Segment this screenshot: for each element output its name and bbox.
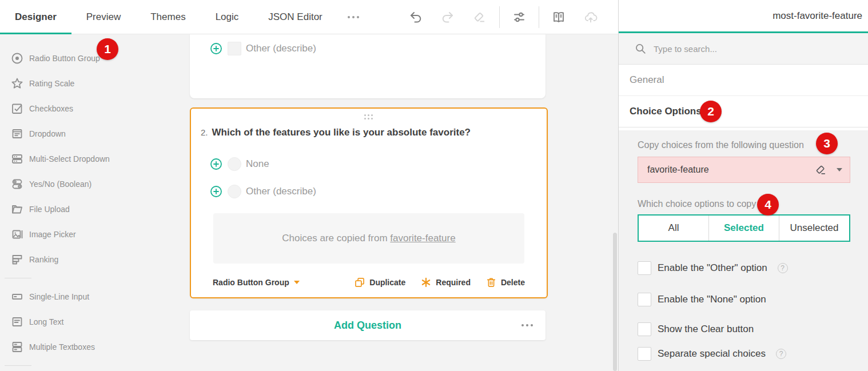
checkbox-control[interactable] xyxy=(638,293,651,306)
help-icon[interactable]: ? xyxy=(778,263,788,273)
copied-note-text: Choices are copied from xyxy=(282,233,390,244)
toolbar-actions xyxy=(400,0,618,34)
section-general[interactable]: General xyxy=(619,65,868,96)
tab-json-editor[interactable]: JSON Editor xyxy=(253,0,337,34)
delete-button[interactable]: Delete xyxy=(485,277,525,288)
required-label: Required xyxy=(436,278,471,287)
tab-preview[interactable]: Preview xyxy=(71,0,136,34)
add-choice-plus-icon[interactable] xyxy=(209,185,223,198)
settings-sliders-icon xyxy=(512,10,526,24)
copy-choices-dropdown[interactable]: favorite-feature xyxy=(638,157,850,183)
add-choice-plus-icon[interactable] xyxy=(209,157,223,171)
question-title[interactable]: Which of the features you like is your a… xyxy=(212,127,471,138)
tab-preview-label: Preview xyxy=(86,11,121,23)
add-question-more-icon[interactable] xyxy=(521,324,533,326)
question-type-selector[interactable]: Radio Button Group xyxy=(213,278,300,287)
preview-book-icon xyxy=(551,10,566,24)
settings-button[interactable] xyxy=(512,10,527,25)
toolbar-separator xyxy=(499,6,500,28)
toolbox-item-checkboxes[interactable]: Checkboxes xyxy=(0,96,189,121)
tab-logic[interactable]: Logic xyxy=(201,0,254,34)
clear-eraser-button[interactable] xyxy=(472,10,487,25)
duplicate-button[interactable]: Duplicate xyxy=(354,277,405,288)
clear-eraser-icon[interactable] xyxy=(815,163,827,176)
radio-control[interactable] xyxy=(228,185,241,198)
help-icon[interactable]: ? xyxy=(776,349,786,359)
property-panel-header: most-favorite-feature xyxy=(619,0,868,33)
toolbox-item-label: Single-Line Input xyxy=(29,292,89,301)
checkbox-control[interactable] xyxy=(638,347,651,361)
segment-unselected[interactable]: Unselected xyxy=(779,216,849,241)
choice-row-other: Other (describe) xyxy=(209,42,316,55)
publish-button[interactable] xyxy=(583,10,598,25)
toolbox-item-label: Ranking xyxy=(29,255,58,264)
copy-choices-value: favorite-feature xyxy=(647,165,709,175)
toolbox-item-dropdown[interactable]: Dropdown xyxy=(0,121,189,146)
checkbox-control[interactable] xyxy=(228,42,241,55)
selected-question-name[interactable]: most-favorite-feature xyxy=(773,10,862,22)
property-grid-panel: most-favorite-feature General Choice Opt… xyxy=(618,0,868,371)
search-input[interactable] xyxy=(654,44,825,54)
callout-badge-4: 4 xyxy=(757,194,779,216)
choice-label: Other (describe) xyxy=(246,43,316,54)
toolbox-item-multiple-textboxes[interactable]: Multiple Textboxes xyxy=(0,334,189,360)
toolbox-item-rating-scale[interactable]: Rating Scale xyxy=(0,71,189,96)
ellipsis-icon xyxy=(348,16,359,18)
toolbox-item-file-upload[interactable]: File Upload xyxy=(0,197,189,222)
tab-designer[interactable]: Designer xyxy=(0,0,71,34)
boolean-icon xyxy=(10,177,24,191)
toolbar-separator xyxy=(539,6,539,28)
section-choice-options[interactable]: Choice Options xyxy=(619,96,868,127)
tab-themes[interactable]: Themes xyxy=(136,0,200,34)
redo-button[interactable] xyxy=(440,10,455,25)
segment-selected[interactable]: Selected xyxy=(708,216,779,241)
toolbox-item-label: Yes/No (Boolean) xyxy=(29,179,91,189)
duplicate-icon xyxy=(354,277,365,288)
toolbox-item-label: Rating Scale xyxy=(29,79,74,88)
toolbox-item-single-line-input[interactable]: Single-Line Input xyxy=(0,284,189,309)
checkbox-enable-none[interactable]: Enable the "None" option xyxy=(638,293,850,306)
question-card-most-favorite-feature-selected[interactable]: 2. Which of the features you like is you… xyxy=(190,107,548,298)
search-icon xyxy=(634,42,647,55)
toolbox-item-image-picker[interactable]: Image Picker xyxy=(0,222,189,247)
drag-handle-icon[interactable] xyxy=(364,114,373,120)
chevron-down-icon[interactable] xyxy=(837,168,842,171)
trash-icon xyxy=(485,277,497,288)
add-question-bar[interactable]: Add Question xyxy=(190,310,546,340)
checkbox-separate-special[interactable]: Separate special choices ? xyxy=(638,347,850,361)
add-choice-plus-icon[interactable] xyxy=(209,42,223,55)
toolbox-item-radio-button-group[interactable]: Radio Button Group xyxy=(0,46,189,71)
question-actions: Duplicate Required Delete xyxy=(354,277,525,288)
required-button[interactable]: Required xyxy=(420,277,471,288)
choice-row-none: None xyxy=(209,157,269,171)
choice-row-other: Other (describe) xyxy=(209,185,316,198)
question-card-favorite-feature[interactable]: Other (describe) xyxy=(190,34,546,98)
toolbox-item-long-text[interactable]: Long Text xyxy=(0,309,189,334)
copied-from-question-link[interactable]: favorite-feature xyxy=(390,233,455,244)
which-choices-label: Which choice options to copy xyxy=(638,199,850,209)
toolbox-item-label: Radio Button Group xyxy=(29,54,100,63)
tab-logic-label: Logic xyxy=(216,11,239,23)
multiple-textboxes-icon xyxy=(10,340,24,354)
redo-icon xyxy=(441,10,455,24)
toolbox-item-label: Checkboxes xyxy=(29,104,73,113)
survey-settings-book-button[interactable] xyxy=(551,10,566,25)
question-type-label: Radio Button Group xyxy=(213,278,289,287)
tab-designer-label: Designer xyxy=(15,11,57,23)
radio-control[interactable] xyxy=(228,157,241,171)
more-tabs-button[interactable] xyxy=(337,0,369,34)
toolbox-item-ranking[interactable]: Ranking xyxy=(0,247,189,272)
checkbox-control[interactable] xyxy=(638,322,651,336)
long-text-icon xyxy=(10,315,24,329)
segment-all[interactable]: All xyxy=(639,216,708,241)
checkbox-show-clear[interactable]: Show the Clear button xyxy=(638,322,850,336)
checkbox-control[interactable] xyxy=(638,261,651,275)
checkbox-enable-other[interactable]: Enable the "Other" option ? xyxy=(638,261,850,275)
choice-label: Other (describe) xyxy=(246,186,316,197)
toolbox-item-label: Image Picker xyxy=(29,230,76,239)
vertical-scrollbar-thumb[interactable] xyxy=(613,233,617,371)
file-upload-icon xyxy=(10,202,24,216)
undo-button[interactable] xyxy=(408,10,423,25)
toolbox-item-multi-select-dropdown[interactable]: Multi-Select Dropdown xyxy=(0,146,189,171)
toolbox-item-boolean[interactable]: Yes/No (Boolean) xyxy=(0,171,189,197)
